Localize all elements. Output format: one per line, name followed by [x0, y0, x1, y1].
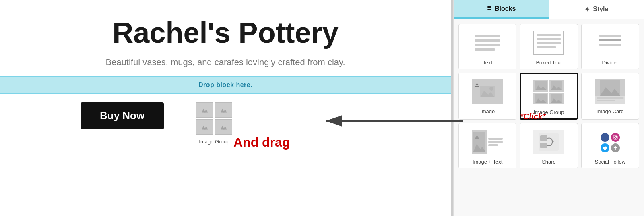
- icon-line: [537, 38, 561, 40]
- card-line: [597, 100, 616, 101]
- svg-point-31: [616, 136, 617, 137]
- canvas-image-group-label: Image Group: [199, 139, 229, 145]
- facebook-circle: f: [601, 133, 609, 142]
- block-name-image: Image: [480, 108, 495, 114]
- icon-line: [475, 48, 495, 51]
- img-cell-icon: [535, 94, 547, 103]
- block-name-social-follow: Social Follow: [595, 159, 626, 165]
- text-line: [488, 141, 503, 143]
- block-name-image-text: Image + Text: [473, 159, 503, 165]
- divider-line: [599, 44, 621, 46]
- page-title: Rachel's Pottery: [112, 16, 338, 49]
- divider-line: [599, 35, 621, 37]
- canvas-image-group-block: Image Group: [196, 102, 232, 145]
- block-icon-image-card: [592, 77, 628, 106]
- block-icon-boxed-text: [530, 28, 567, 57]
- text-line: [488, 144, 498, 146]
- icon-line: [537, 34, 561, 36]
- svg-point-30: [614, 137, 616, 139]
- block-icon-image-text: [469, 127, 506, 156]
- img-cell-1: [533, 80, 548, 92]
- add-social-circle: +: [611, 143, 620, 152]
- svg-marker-3: [223, 109, 227, 112]
- svg-marker-1: [204, 109, 208, 112]
- twitter-circle: [601, 143, 609, 152]
- page-subtitle: Beautiful vases, mugs, and carafes lovin…: [105, 57, 345, 68]
- block-icon-text: [469, 28, 506, 57]
- block-name-share: Share: [542, 159, 556, 165]
- block-icon-image: [469, 77, 506, 106]
- svg-marker-5: [204, 126, 208, 129]
- svg-rect-29: [613, 135, 617, 139]
- icon-line: [537, 46, 556, 48]
- canvas-area: Rachel's Pottery Beautiful vases, mugs, …: [0, 0, 451, 216]
- drop-zone[interactable]: Drop block here.: [0, 76, 451, 94]
- block-item-image-card[interactable]: Image Card: [581, 73, 639, 120]
- tab-blocks-label: Blocks: [495, 5, 516, 12]
- block-item-text[interactable]: Text: [458, 24, 516, 69]
- and-drag-label: And drag: [233, 135, 290, 150]
- download-icon: [474, 81, 480, 87]
- blocks-grid: Text Boxed Text: [454, 19, 644, 173]
- img-thumb-3: [196, 119, 213, 135]
- icon-line: [475, 44, 500, 46]
- icon-line: [475, 39, 500, 42]
- tab-blocks[interactable]: ⠿ Blocks: [454, 0, 549, 19]
- img-cell-4: [549, 93, 564, 105]
- blocks-grid-icon: ⠿: [487, 5, 491, 12]
- blocks-panel: ⠿ Blocks ✦ Style Text: [453, 0, 644, 216]
- block-icon-image-group: [530, 78, 567, 107]
- style-icon: ✦: [584, 6, 590, 13]
- icon-line: [537, 42, 561, 44]
- img-thumb-2: [215, 102, 232, 118]
- block-item-image[interactable]: Image: [458, 73, 516, 120]
- block-icon-social-follow: f +: [592, 127, 628, 156]
- twitter-icon: [603, 146, 607, 150]
- buy-now-button[interactable]: Buy Now: [80, 102, 164, 129]
- block-name-divider: Divider: [602, 60, 618, 66]
- img-cell-3: [533, 93, 548, 105]
- instagram-icon: [613, 135, 618, 140]
- panel-tabs: ⠿ Blocks ✦ Style: [454, 0, 644, 19]
- block-item-image-text[interactable]: Image + Text: [458, 123, 516, 168]
- card-line: [597, 97, 624, 99]
- block-item-divider[interactable]: Divider: [581, 24, 639, 69]
- img-cell-icon: [551, 94, 562, 103]
- block-item-boxed-text[interactable]: Boxed Text: [520, 24, 578, 69]
- block-name-text: Text: [483, 60, 492, 66]
- block-item-share[interactable]: Share *Click*: [520, 123, 578, 168]
- tab-style[interactable]: ✦ Style: [549, 0, 644, 19]
- img-thumb-1: [196, 102, 213, 118]
- tab-style-label: Style: [593, 6, 608, 13]
- img-cell-icon: [551, 81, 562, 90]
- img-thumb-4: [215, 119, 232, 135]
- svg-rect-27: [540, 143, 547, 148]
- block-item-social-follow[interactable]: f + Social F: [581, 123, 639, 168]
- click-label: *Click*: [520, 112, 545, 121]
- img-cell-icon: [535, 81, 547, 90]
- block-icon-share: [530, 127, 567, 156]
- drop-zone-text: Drop block here.: [198, 81, 252, 88]
- img-cell-2: [549, 80, 564, 92]
- block-icon-divider: [592, 28, 628, 57]
- instagram-circle: [611, 133, 620, 142]
- icon-line: [475, 35, 500, 37]
- text-line: [488, 138, 503, 140]
- canvas-bottom: Buy Now Image Group: [0, 102, 451, 145]
- svg-marker-7: [223, 126, 227, 129]
- divider-line: [599, 39, 621, 41]
- share-icon-svg: [539, 133, 559, 151]
- block-name-image-card: Image Card: [597, 108, 624, 114]
- image-card-top-svg: [600, 80, 620, 96]
- image-icon-svg: [480, 86, 495, 97]
- svg-rect-26: [540, 135, 547, 141]
- svg-point-11: [489, 87, 493, 91]
- image-text-svg: [473, 132, 485, 152]
- canvas-image-group-grid: [196, 102, 232, 135]
- block-name-boxed-text: Boxed Text: [536, 60, 561, 66]
